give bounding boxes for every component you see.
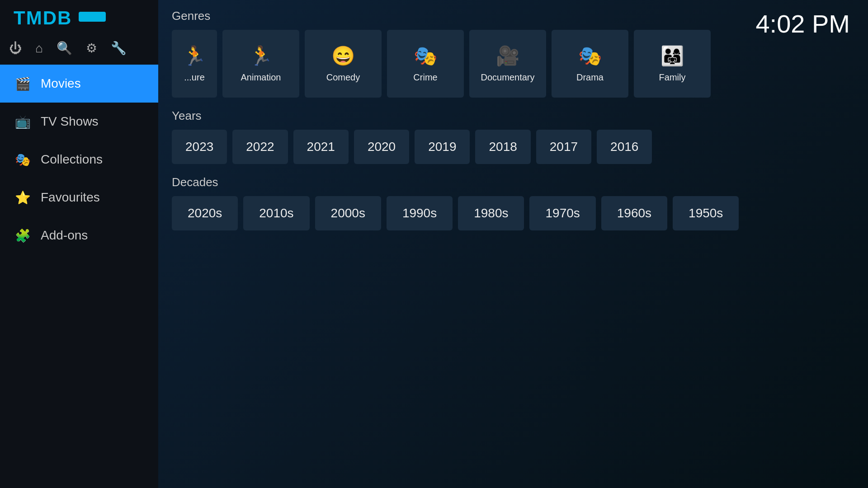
- animation-genre-label: Animation: [241, 72, 281, 83]
- family-genre-label: Family: [659, 72, 686, 83]
- crime-genre-label: Crime: [413, 72, 437, 83]
- decade-2020s[interactable]: 2020s: [172, 196, 238, 230]
- drama-genre-icon: 🎭: [578, 45, 602, 67]
- years-title: Years: [172, 109, 854, 123]
- genre-card-crime[interactable]: 🎭 Crime: [387, 30, 464, 98]
- logo-badge: [79, 12, 106, 22]
- main-content: Genres 🏃 ...ure 🏃 Animation 😄 Comedy 🎭 C…: [158, 0, 868, 488]
- decade-1960s[interactable]: 1960s: [601, 196, 667, 230]
- year-2022[interactable]: 2022: [232, 130, 288, 164]
- year-2023[interactable]: 2023: [172, 130, 227, 164]
- home-icon[interactable]: ⌂: [35, 41, 43, 56]
- logo-text: TMDB: [14, 7, 72, 29]
- sidebar-item-favourites[interactable]: ⭐ Favourites: [0, 178, 158, 216]
- decade-1950s[interactable]: 1950s: [673, 196, 739, 230]
- documentary-genre-icon: 🎥: [496, 45, 519, 67]
- genre-card-comedy[interactable]: 😄 Comedy: [305, 30, 382, 98]
- comedy-genre-icon: 😄: [331, 45, 355, 67]
- year-2018[interactable]: 2018: [475, 130, 530, 164]
- wrench-icon[interactable]: 🔧: [111, 41, 127, 56]
- genre-card-adventure[interactable]: 🏃 ...ure: [172, 30, 217, 98]
- genres-row: 🏃 ...ure 🏃 Animation 😄 Comedy 🎭 Crime 🎥 …: [172, 30, 854, 98]
- favourites-label: Favourites: [41, 190, 100, 205]
- family-genre-icon: 👨‍👩‍👧: [660, 45, 684, 67]
- genre-card-animation[interactable]: 🏃 Animation: [222, 30, 299, 98]
- years-row: 2023 2022 2021 2020 2019 2018 2017 2016: [172, 130, 854, 164]
- sidebar-item-addons[interactable]: 🧩 Add-ons: [0, 216, 158, 254]
- movies-label: Movies: [41, 76, 81, 91]
- decade-2010s[interactable]: 2010s: [243, 196, 309, 230]
- genres-title: Genres: [172, 9, 854, 23]
- year-2021[interactable]: 2021: [293, 130, 349, 164]
- year-2020[interactable]: 2020: [354, 130, 409, 164]
- favourites-icon: ⭐: [14, 188, 32, 206]
- decade-2000s[interactable]: 2000s: [315, 196, 381, 230]
- tvshows-icon: 📺: [14, 113, 32, 131]
- adventure-genre-label: ...ure: [184, 72, 205, 83]
- adventure-genre-icon: 🏃: [183, 45, 206, 67]
- year-2019[interactable]: 2019: [415, 130, 470, 164]
- tvshows-label: TV Shows: [41, 114, 99, 129]
- sidebar-item-movies[interactable]: 🎬 Movies: [0, 65, 158, 103]
- drama-genre-label: Drama: [576, 72, 604, 83]
- crime-genre-icon: 🎭: [414, 45, 437, 67]
- genre-card-drama[interactable]: 🎭 Drama: [552, 30, 628, 98]
- collections-icon: 🎭: [14, 150, 32, 169]
- movies-icon: 🎬: [14, 75, 32, 93]
- genre-card-family[interactable]: 👨‍👩‍👧 Family: [634, 30, 711, 98]
- logo-area: TMDB: [0, 0, 158, 36]
- animation-genre-icon: 🏃: [249, 45, 273, 67]
- year-2016[interactable]: 2016: [597, 130, 652, 164]
- collections-label: Collections: [41, 152, 103, 167]
- decades-title: Decades: [172, 175, 854, 189]
- sidebar-item-tvshows[interactable]: 📺 TV Shows: [0, 103, 158, 141]
- settings-icon[interactable]: ⚙: [86, 41, 97, 56]
- decades-row: 2020s 2010s 2000s 1990s 1980s 1970s 1960…: [172, 196, 854, 230]
- decade-1980s[interactable]: 1980s: [458, 196, 524, 230]
- sidebar: TMDB ⏻ ⌂ 🔍 ⚙ 🔧 🎬 Movies 📺 TV Shows 🎭 Col…: [0, 0, 158, 488]
- time-display: 4:02 PM: [755, 9, 850, 38]
- top-icons-bar: ⏻ ⌂ 🔍 ⚙ 🔧: [0, 36, 158, 65]
- power-icon[interactable]: ⏻: [9, 41, 22, 56]
- nav-items: 🎬 Movies 📺 TV Shows 🎭 Collections ⭐ Favo…: [0, 65, 158, 488]
- sidebar-item-collections[interactable]: 🎭 Collections: [0, 141, 158, 178]
- genre-card-documentary[interactable]: 🎥 Documentary: [469, 30, 546, 98]
- decade-1970s[interactable]: 1970s: [529, 196, 595, 230]
- year-2017[interactable]: 2017: [536, 130, 591, 164]
- decade-1990s[interactable]: 1990s: [387, 196, 453, 230]
- addons-label: Add-ons: [41, 228, 88, 243]
- addons-icon: 🧩: [14, 226, 32, 244]
- search-icon[interactable]: 🔍: [57, 41, 72, 56]
- documentary-genre-label: Documentary: [481, 72, 535, 83]
- comedy-genre-label: Comedy: [326, 72, 360, 83]
